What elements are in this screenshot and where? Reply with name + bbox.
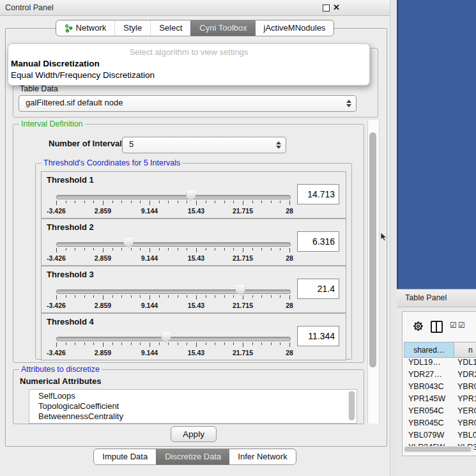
table-row[interactable]: YBR045CYBR0	[404, 418, 476, 431]
table-horizontal-scrollbar[interactable]	[404, 446, 474, 452]
cell-name[interactable]: YBL0	[454, 431, 476, 443]
tab-infer-network-label: Infer Network	[238, 449, 287, 464]
slider-scale-labels: -3.4262.8599.14415.4321.71528	[56, 254, 289, 262]
tab-infer-network[interactable]: Infer Network	[229, 449, 295, 464]
scale-label: 28	[286, 349, 293, 357]
cell-shared-name[interactable]: YPR145W	[404, 394, 454, 406]
tab-jactivemnodules-label: jActiveMNodules	[264, 20, 326, 36]
slider-track[interactable]	[56, 289, 291, 294]
slider-track[interactable]	[56, 242, 291, 247]
table-row[interactable]: YDR27…YDR2	[404, 370, 476, 382]
tab-impute-data[interactable]: Impute Data	[94, 449, 156, 464]
threshold-4-field[interactable]	[297, 326, 339, 346]
scale-label: 21.715	[233, 302, 253, 309]
tab-style[interactable]: Style	[114, 20, 150, 36]
threshold-3-field[interactable]	[297, 279, 339, 299]
scale-label: 15.43	[188, 302, 204, 309]
cell-name[interactable]: YPR1	[454, 394, 476, 406]
checkbox-icon[interactable]: ☑	[458, 321, 465, 330]
float-window-icon[interactable]	[323, 4, 330, 12]
table-panel-title: Table Panel	[405, 289, 447, 307]
slider-track[interactable]	[56, 195, 291, 199]
combo-stepper-icon	[346, 100, 351, 107]
threshold-4-slider[interactable]: -3.4262.8599.14415.4321.71528	[56, 332, 289, 357]
table-data-combobox[interactable]: galFiltered.sif default node	[19, 95, 357, 112]
cell-shared-name[interactable]: YBR045C	[404, 418, 454, 431]
scale-label: -3.426	[47, 302, 66, 309]
cell-shared-name[interactable]: YDR27…	[404, 370, 454, 382]
table-row[interactable]: YPR145WYPR1	[404, 394, 476, 406]
settings-scrollbar[interactable]	[367, 120, 380, 424]
tab-select[interactable]: Select	[150, 20, 190, 36]
tab-jactivemnodules[interactable]: jActiveMNodules	[256, 20, 334, 36]
number-of-intervals-value: 5	[129, 137, 134, 151]
cell-shared-name[interactable]: YIL052C	[404, 455, 454, 456]
table-row[interactable]: YBR043CYBR0	[404, 382, 476, 394]
gear-icon[interactable]	[413, 321, 424, 332]
number-of-intervals-combobox[interactable]: 5	[122, 137, 286, 153]
cell-name[interactable]: YDR2	[454, 370, 476, 382]
list-item[interactable]: BetweennessCentrality	[38, 411, 357, 422]
cell-shared-name[interactable]: YBL079W	[404, 431, 454, 443]
threshold-1-slider[interactable]: -3.4262.8599.14415.4321.71528	[56, 190, 289, 215]
slider-track[interactable]	[56, 337, 291, 341]
cell-name[interactable]: YBR0	[454, 418, 476, 431]
threshold-2-field[interactable]	[297, 231, 339, 252]
table-row[interactable]: YER054CYER0	[404, 406, 476, 418]
list-scrollbar[interactable]	[348, 391, 355, 420]
tab-network-label: Network	[76, 20, 107, 36]
tab-discretize-data[interactable]: Discretize Data	[156, 449, 229, 464]
cell-shared-name[interactable]: YDL19…	[404, 358, 454, 370]
slider-knob[interactable]	[186, 190, 196, 201]
toolbox-tabbar: Network Style Select Cyni Toolbox jActiv…	[0, 20, 390, 36]
panel-title: Control Panel	[5, 0, 54, 15]
table-data-label: Table Data	[20, 84, 58, 93]
apply-button[interactable]: Apply	[171, 426, 217, 442]
scale-label: 15.43	[188, 349, 204, 357]
scale-label: 2.859	[95, 349, 111, 357]
network-icon	[65, 24, 73, 33]
slider-knob[interactable]	[124, 238, 134, 249]
list-item[interactable]: SelfLoops	[38, 391, 357, 401]
scale-label: 2.859	[95, 254, 111, 262]
cell-name[interactable]: YER0	[454, 406, 476, 418]
tab-cyni-toolbox-label: Cyni Toolbox	[199, 20, 247, 36]
threshold-1-block: Threshold 1 -3.4262.8599.14415.4321.7152…	[41, 171, 346, 219]
scale-label: -3.426	[47, 207, 66, 215]
cell-shared-name[interactable]: YBR043C	[404, 382, 454, 394]
column-header-name[interactable]: n	[454, 342, 476, 358]
threshold-1-label: Threshold 1	[47, 175, 94, 185]
slider-scale-labels: -3.4262.8599.14415.4321.71528	[56, 349, 289, 357]
table-rows: YDL19…YDL1YDR27…YDR2YBR043CYBR0YPR145WYP…	[404, 358, 476, 456]
tab-cyni-toolbox[interactable]: Cyni Toolbox	[190, 20, 255, 36]
checkbox-icon[interactable]: ☑	[450, 321, 457, 330]
slider-knob[interactable]	[236, 285, 245, 296]
column-settings-icon[interactable]	[431, 321, 443, 333]
table-row[interactable]: YIL052CYIL0	[404, 455, 476, 456]
cell-shared-name[interactable]: YER054C	[404, 406, 454, 418]
threshold-1-field[interactable]	[297, 184, 339, 204]
table-row[interactable]: YBL079WYBL0	[404, 431, 476, 443]
list-item[interactable]: TopologicalCoefficient	[38, 401, 357, 411]
mouse-cursor	[380, 233, 388, 242]
scrollbar-thumb[interactable]	[404, 447, 471, 452]
tab-network[interactable]: Network	[56, 20, 115, 36]
cell-name[interactable]: YIL0	[454, 455, 476, 456]
scrollbar-thumb[interactable]	[369, 132, 376, 367]
threshold-2-slider[interactable]: -3.4262.8599.14415.4321.71528	[56, 237, 289, 263]
node-table: shared… n YDL19…YDL1YDR27…YDR2YBR043CYBR…	[404, 342, 476, 456]
slider-knob[interactable]	[161, 332, 171, 343]
popup-option-equal-width-frequency[interactable]: Equal Width/Frequency Discretization	[11, 70, 155, 80]
threshold-3-slider[interactable]: -3.4262.8599.14415.4321.71528	[56, 284, 289, 310]
slider-scale-labels: -3.4262.8599.14415.4321.71528	[56, 302, 289, 309]
close-icon[interactable]: ✕	[333, 2, 340, 13]
scale-label: 9.144	[141, 349, 158, 357]
table-row[interactable]: YDL19…YDL1	[404, 358, 476, 370]
cell-name[interactable]: YBR0	[454, 382, 476, 394]
numerical-attributes-list[interactable]: SelfLoops TopologicalCoefficient Between…	[29, 389, 357, 424]
settings-viewport: Interval Definition Number of Intervals …	[9, 120, 380, 424]
cell-name[interactable]: YDL1	[454, 358, 476, 370]
popup-option-manual-discretization[interactable]: Manual Discretization	[11, 59, 100, 68]
column-header-shared-name[interactable]: shared…	[404, 342, 454, 358]
interval-definition-title: Interval Definition	[19, 119, 85, 128]
